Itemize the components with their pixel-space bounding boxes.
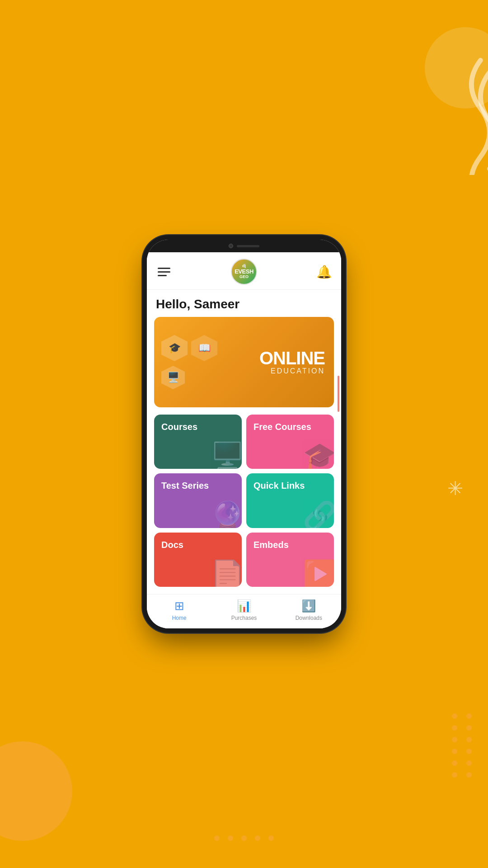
- bg-decoration-dots-bottom: [214, 835, 274, 841]
- banner-title: ONLINE: [259, 349, 325, 367]
- nav-downloads-label: Downloads: [296, 615, 322, 621]
- bg-decoration-wave: [456, 54, 488, 175]
- greeting-text: Hello, Sameer: [147, 290, 341, 317]
- card-test-series-icon: 🔮: [211, 500, 242, 528]
- card-quick-links[interactable]: Quick Links 🔗: [246, 473, 334, 528]
- hex-book: 📖: [191, 335, 217, 361]
- nav-purchases[interactable]: 📊 Purchases: [211, 599, 276, 621]
- bell-icon: 🔔: [316, 264, 332, 279]
- bg-decoration-blob1: [0, 741, 72, 841]
- logo-text-sub: GEO: [239, 275, 249, 279]
- scroll-indicator: [338, 376, 339, 412]
- card-free-courses-label: Free Courses: [253, 422, 327, 432]
- notch-camera: [229, 244, 233, 248]
- card-quick-links-icon: 🔗: [303, 500, 334, 528]
- nav-downloads[interactable]: ⬇️ Downloads: [277, 599, 341, 621]
- card-embeds-icon: ▶️: [303, 558, 334, 587]
- card-courses-label: Courses: [161, 422, 235, 432]
- app-container: dj EVESH GEO 🔔 Hello, Sameer 🎓 📖 🖥️: [147, 252, 341, 628]
- menu-button[interactable]: [156, 266, 172, 278]
- card-test-series[interactable]: Test Series 🔮: [154, 473, 242, 528]
- hex-cap: 🎓: [161, 335, 188, 361]
- card-courses[interactable]: Courses 🖥️: [154, 415, 242, 469]
- home-icon: ⊞: [174, 599, 184, 613]
- nav-home-label: Home: [172, 615, 187, 621]
- notch-speaker: [237, 245, 259, 247]
- card-embeds[interactable]: Embeds ▶️: [246, 533, 334, 587]
- nav-purchases-label: Purchases: [231, 615, 257, 621]
- notification-button[interactable]: 🔔: [316, 264, 332, 280]
- downloads-icon: ⬇️: [301, 599, 316, 613]
- features-grid: Courses 🖥️ Free Courses 🎓 Test Series 🔮 …: [147, 415, 341, 594]
- menu-line-3: [158, 275, 167, 276]
- nav-home[interactable]: ⊞ Home: [147, 599, 211, 621]
- card-quick-links-label: Quick Links: [253, 481, 327, 491]
- menu-line-2: [158, 271, 170, 273]
- phone-top-bar: [147, 240, 341, 252]
- card-free-courses[interactable]: Free Courses 🎓: [246, 415, 334, 469]
- card-test-series-label: Test Series: [161, 481, 235, 491]
- banner-text-block: ONLINE EDUCATION: [259, 349, 334, 375]
- bg-decoration-snowflake: ✳: [447, 477, 463, 500]
- phone-shell: dj EVESH GEO 🔔 Hello, Sameer 🎓 📖 🖥️: [147, 240, 341, 628]
- purchases-icon: 📊: [237, 599, 251, 613]
- banner-graphics: 🎓 📖 🖥️: [154, 328, 259, 396]
- card-embeds-label: Embeds: [253, 540, 327, 550]
- logo-text-main: EVESH: [235, 269, 253, 275]
- menu-line-1: [158, 268, 170, 269]
- bottom-navigation: ⊞ Home 📊 Purchases ⬇️ Downloads: [147, 594, 341, 628]
- hex-group-2: 🖥️: [161, 366, 252, 389]
- bg-decoration-dots: [452, 713, 474, 778]
- banner-subtitle: EDUCATION: [259, 367, 325, 375]
- card-free-courses-icon: 🎓: [303, 440, 334, 469]
- notch: [217, 242, 271, 250]
- hex-monitor: 🖥️: [161, 366, 185, 389]
- card-courses-icon: 🖥️: [211, 440, 242, 469]
- card-docs[interactable]: Docs 📄: [154, 533, 242, 587]
- card-docs-label: Docs: [161, 540, 235, 550]
- app-header: dj EVESH GEO 🔔: [147, 252, 341, 290]
- hex-group: 🎓 📖: [161, 335, 252, 361]
- app-logo: dj EVESH GEO: [231, 259, 257, 285]
- card-docs-icon: 📄: [211, 558, 242, 587]
- promo-banner: 🎓 📖 🖥️ ONLINE EDUCATION: [154, 317, 334, 407]
